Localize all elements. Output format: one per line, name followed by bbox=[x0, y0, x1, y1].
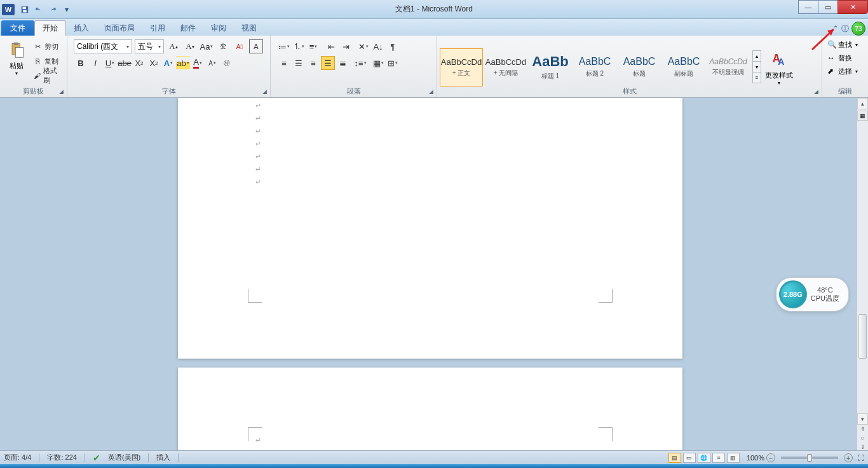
justify-button[interactable]: ☰ bbox=[321, 56, 335, 70]
font-size-combo[interactable]: 五号▾ bbox=[135, 39, 164, 53]
clear-formatting-button[interactable]: A⃠ bbox=[233, 39, 247, 53]
text-effects-button[interactable]: A bbox=[161, 56, 175, 70]
phonetic-button[interactable]: 变 bbox=[216, 39, 230, 53]
change-case-button[interactable]: Aa bbox=[200, 39, 214, 53]
font-color-button[interactable]: A bbox=[191, 56, 205, 70]
borders-button[interactable]: ⊞ bbox=[386, 56, 400, 70]
multilevel-button[interactable]: ≡ bbox=[306, 39, 320, 53]
style-item-1[interactable]: AaBbCcDd+ 无间隔 bbox=[484, 48, 527, 86]
increase-indent-button[interactable]: ⇥ bbox=[339, 39, 353, 53]
tab-home[interactable]: 开始 bbox=[34, 20, 66, 36]
italic-button[interactable]: I bbox=[88, 56, 102, 70]
enclose-chars-button[interactable]: ㊕ bbox=[220, 56, 234, 70]
page-current[interactable]: ↵ ↵ ↵ ↵ bbox=[178, 368, 682, 451]
spellcheck-icon[interactable]: ✔ bbox=[93, 453, 100, 463]
font-launcher-icon[interactable]: ◢ bbox=[260, 87, 269, 96]
numbering-button[interactable]: ⒈ bbox=[292, 39, 306, 53]
bold-button[interactable]: B bbox=[74, 56, 88, 70]
page-previous[interactable]: ↵ ↵ ↵ ↵ ↵ ↵ ↵ bbox=[178, 98, 682, 359]
align-center-button[interactable]: ☰ bbox=[292, 56, 306, 70]
align-left-button[interactable]: ≡ bbox=[277, 56, 291, 70]
scroll-down-icon[interactable]: ▾ bbox=[857, 413, 868, 425]
scroll-up-icon[interactable]: ▴ bbox=[857, 98, 868, 109]
redo-icon[interactable] bbox=[46, 3, 59, 16]
insert-mode[interactable]: 插入 bbox=[156, 453, 170, 462]
change-styles-button[interactable]: AA 更改样式 ▾ bbox=[761, 46, 797, 88]
minimize-button[interactable]: — bbox=[798, 0, 818, 14]
scroll-thumb[interactable] bbox=[858, 314, 867, 359]
qat-more-icon[interactable]: ▾ bbox=[60, 3, 73, 16]
tab-view[interactable]: 视图 bbox=[234, 20, 264, 36]
align-right-button[interactable]: ≡ bbox=[306, 56, 320, 70]
sort-button[interactable]: A↓ bbox=[371, 39, 385, 53]
prev-page-icon[interactable]: ⇑ bbox=[857, 425, 868, 434]
tab-mailings[interactable]: 邮件 bbox=[173, 20, 203, 36]
distribute-button[interactable]: ≣ bbox=[336, 56, 349, 70]
char-shading-button[interactable]: A bbox=[205, 56, 219, 70]
zoom-slider[interactable] bbox=[781, 457, 838, 459]
paragraph-launcher-icon[interactable]: ◢ bbox=[426, 87, 435, 96]
line-spacing-button[interactable]: ↕≡ bbox=[353, 56, 367, 70]
style-item-0[interactable]: AaBbCcDd+ 正文 bbox=[440, 48, 483, 86]
find-button[interactable]: 🔍查找▾ bbox=[827, 38, 863, 51]
cut-button[interactable]: ✂剪切 bbox=[31, 39, 64, 53]
maximize-button[interactable]: ▭ bbox=[818, 0, 838, 14]
clipboard-launcher-icon[interactable]: ◢ bbox=[57, 87, 65, 96]
replace-button[interactable]: ↔替换 bbox=[827, 52, 863, 64]
outline-view-icon[interactable]: ≡ bbox=[712, 453, 725, 463]
zoom-out-button[interactable]: − bbox=[766, 453, 775, 462]
shading-button[interactable]: ▦ bbox=[371, 56, 385, 70]
tab-references[interactable]: 引用 bbox=[142, 20, 173, 36]
help-icon[interactable]: ⓘ bbox=[841, 24, 849, 34]
decrease-indent-button[interactable]: ⇤ bbox=[324, 39, 338, 53]
tab-insert[interactable]: 插入 bbox=[66, 20, 97, 36]
close-button[interactable]: ✕ bbox=[837, 0, 868, 14]
print-layout-view-icon[interactable]: ▤ bbox=[668, 453, 681, 463]
badge-icon[interactable]: 73 bbox=[851, 22, 865, 36]
ruler-toggle-icon[interactable]: ▦ bbox=[857, 111, 868, 121]
word-count[interactable]: 字数: 224 bbox=[47, 453, 76, 462]
tab-layout[interactable]: 页面布局 bbox=[97, 20, 142, 36]
show-marks-button[interactable]: ¶ bbox=[386, 39, 400, 53]
styles-up-icon[interactable]: ▴ bbox=[752, 50, 761, 62]
styles-launcher-icon[interactable]: ◢ bbox=[811, 87, 820, 96]
zoom-in-button[interactable]: + bbox=[844, 453, 853, 462]
page-indicator[interactable]: 页面: 4/4 bbox=[4, 453, 31, 462]
char-border-button[interactable]: A bbox=[249, 39, 263, 53]
minimize-ribbon-icon[interactable]: ⌃ bbox=[832, 24, 839, 33]
styles-down-icon[interactable]: ▾ bbox=[752, 61, 761, 72]
browse-object-icon[interactable]: ○ bbox=[857, 434, 868, 443]
style-item-4[interactable]: AaBbC标题 bbox=[618, 48, 661, 86]
bullets-button[interactable]: ≔ bbox=[277, 39, 291, 53]
shrink-font-button[interactable]: A▾ bbox=[183, 39, 197, 53]
fullscreen-view-icon[interactable]: ▭ bbox=[683, 453, 696, 463]
strike-button[interactable]: abe bbox=[118, 56, 132, 70]
undo-icon[interactable] bbox=[32, 3, 45, 16]
web-view-icon[interactable]: 🌐 bbox=[698, 453, 710, 463]
draft-view-icon[interactable]: ▥ bbox=[727, 453, 740, 463]
zoom-knob[interactable] bbox=[807, 454, 812, 462]
style-item-3[interactable]: AaBbC标题 2 bbox=[573, 48, 616, 86]
styles-more-icon[interactable]: ≡ bbox=[752, 72, 761, 83]
copy-icon: ⎘ bbox=[32, 56, 43, 66]
cpu-widget[interactable]: 2.88G 48°C CPU温度 bbox=[776, 277, 849, 312]
subscript-button[interactable]: X2 bbox=[132, 56, 146, 70]
font-name-combo[interactable]: Calibri (西文▾ bbox=[74, 39, 132, 53]
style-item-6[interactable]: AaBbCcDd不明显强调 bbox=[707, 48, 750, 86]
highlight-button[interactable]: ab bbox=[176, 56, 190, 70]
style-item-5[interactable]: AaBbC副标题 bbox=[662, 48, 705, 86]
superscript-button[interactable]: X2 bbox=[147, 56, 161, 70]
grow-font-button[interactable]: A▴ bbox=[166, 39, 180, 53]
format-painter-button[interactable]: 🖌格式刷 bbox=[31, 69, 64, 83]
document-canvas[interactable]: ↵ ↵ ↵ ↵ ↵ ↵ ↵ ↵ ↵ ↵ ↵ bbox=[0, 98, 857, 451]
asian-layout-button[interactable]: ✕ bbox=[356, 39, 370, 53]
save-icon[interactable] bbox=[18, 3, 31, 16]
file-tab[interactable]: 文件 bbox=[1, 20, 34, 36]
style-item-2[interactable]: AaBb标题 1 bbox=[529, 48, 572, 86]
language-indicator[interactable]: 英语(美国) bbox=[108, 453, 140, 462]
zoom-level[interactable]: 100% bbox=[747, 454, 764, 462]
select-button[interactable]: ⬈选择▾ bbox=[827, 65, 863, 78]
underline-button[interactable]: U bbox=[103, 56, 117, 70]
fit-button[interactable]: ⛶ bbox=[857, 454, 864, 462]
tab-review[interactable]: 审阅 bbox=[203, 20, 234, 36]
